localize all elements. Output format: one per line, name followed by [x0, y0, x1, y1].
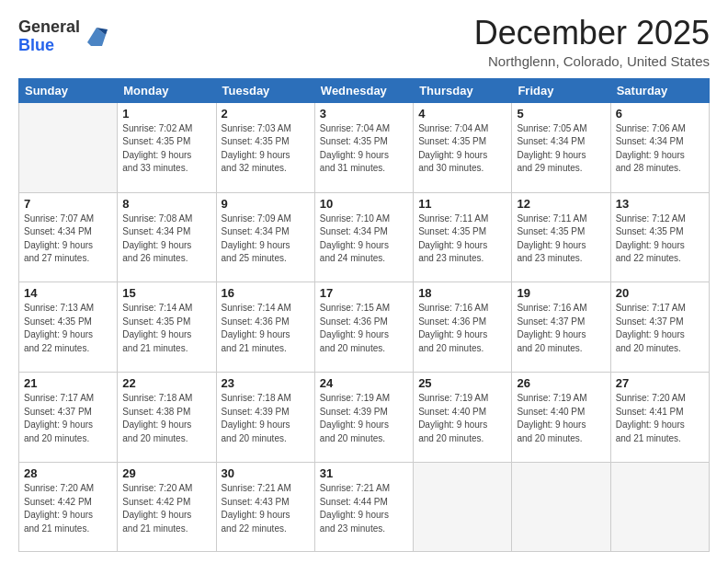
day-number: 21 [24, 376, 112, 390]
page: General Blue December 2025 Northglenn, C… [0, 0, 728, 563]
calendar-table: SundayMondayTuesdayWednesdayThursdayFrid… [18, 78, 710, 552]
week-row-1: 1Sunrise: 7:02 AMSunset: 4:35 PMDaylight… [19, 102, 710, 192]
day-info: Sunrise: 7:21 AMSunset: 4:44 PMDaylight:… [320, 482, 408, 535]
day-number: 31 [320, 466, 408, 480]
day-number: 30 [222, 466, 310, 480]
day-number: 27 [616, 376, 704, 390]
day-number: 19 [517, 286, 605, 300]
week-row-3: 14Sunrise: 7:13 AMSunset: 4:35 PMDayligh… [19, 282, 710, 373]
day-info: Sunrise: 7:21 AMSunset: 4:43 PMDaylight:… [222, 482, 310, 535]
day-info: Sunrise: 7:10 AMSunset: 4:34 PMDaylight:… [320, 213, 408, 266]
day-number: 16 [222, 286, 310, 300]
day-number: 22 [122, 376, 210, 390]
logo-icon [84, 24, 109, 50]
day-info: Sunrise: 7:03 AMSunset: 4:35 PMDaylight:… [222, 122, 310, 176]
day-number: 9 [222, 197, 310, 211]
day-number: 24 [320, 376, 408, 390]
calendar-cell: 15Sunrise: 7:14 AMSunset: 4:35 PMDayligh… [118, 282, 216, 373]
day-number: 11 [418, 197, 506, 211]
calendar-cell: 10Sunrise: 7:10 AMSunset: 4:34 PMDayligh… [314, 192, 413, 282]
day-info: Sunrise: 7:08 AMSunset: 4:34 PMDaylight:… [122, 213, 210, 266]
day-number: 28 [24, 466, 112, 480]
day-info: Sunrise: 7:07 AMSunset: 4:34 PMDaylight:… [24, 213, 112, 266]
calendar-cell: 8Sunrise: 7:08 AMSunset: 4:34 PMDaylight… [118, 192, 216, 282]
week-row-2: 7Sunrise: 7:07 AMSunset: 4:34 PMDaylight… [19, 192, 710, 282]
day-number: 10 [320, 197, 408, 211]
day-info: Sunrise: 7:16 AMSunset: 4:36 PMDaylight:… [418, 302, 506, 355]
day-info: Sunrise: 7:19 AMSunset: 4:39 PMDaylight:… [320, 392, 408, 445]
title-block: December 2025 Northglenn, Colorado, Unit… [474, 15, 710, 69]
calendar-cell [414, 463, 512, 552]
day-number: 23 [222, 376, 310, 390]
day-info: Sunrise: 7:19 AMSunset: 4:40 PMDaylight:… [418, 392, 506, 445]
day-info: Sunrise: 7:14 AMSunset: 4:35 PMDaylight:… [122, 302, 210, 355]
calendar-cell [512, 463, 610, 552]
day-number: 29 [122, 466, 210, 480]
day-info: Sunrise: 7:05 AMSunset: 4:34 PMDaylight:… [517, 122, 605, 176]
day-info: Sunrise: 7:02 AMSunset: 4:35 PMDaylight:… [122, 122, 210, 176]
calendar-cell: 20Sunrise: 7:17 AMSunset: 4:37 PMDayligh… [610, 282, 709, 373]
calendar-cell: 1Sunrise: 7:02 AMSunset: 4:35 PMDaylight… [118, 102, 216, 192]
calendar-cell: 11Sunrise: 7:11 AMSunset: 4:35 PMDayligh… [414, 192, 512, 282]
day-info: Sunrise: 7:04 AMSunset: 4:35 PMDaylight:… [320, 122, 408, 176]
calendar-cell: 7Sunrise: 7:07 AMSunset: 4:34 PMDaylight… [19, 192, 118, 282]
calendar-cell: 3Sunrise: 7:04 AMSunset: 4:35 PMDaylight… [314, 102, 413, 192]
location: Northglenn, Colorado, United States [474, 53, 710, 69]
weekday-header-tuesday: Tuesday [216, 78, 314, 102]
weekday-header-saturday: Saturday [610, 78, 709, 102]
day-info: Sunrise: 7:17 AMSunset: 4:37 PMDaylight:… [616, 302, 704, 355]
calendar-cell: 2Sunrise: 7:03 AMSunset: 4:35 PMDaylight… [216, 102, 314, 192]
day-number: 2 [222, 107, 310, 121]
weekday-header-monday: Monday [118, 78, 216, 102]
day-number: 20 [616, 286, 704, 300]
weekday-header-sunday: Sunday [19, 78, 118, 102]
day-number: 17 [320, 286, 408, 300]
day-number: 14 [24, 286, 112, 300]
weekday-header-friday: Friday [512, 78, 610, 102]
day-info: Sunrise: 7:19 AMSunset: 4:40 PMDaylight:… [517, 392, 605, 445]
day-number: 3 [320, 107, 408, 121]
calendar-cell: 4Sunrise: 7:04 AMSunset: 4:35 PMDaylight… [414, 102, 512, 192]
calendar-cell: 21Sunrise: 7:17 AMSunset: 4:37 PMDayligh… [19, 373, 118, 463]
week-row-4: 21Sunrise: 7:17 AMSunset: 4:37 PMDayligh… [19, 373, 710, 463]
day-number: 15 [122, 286, 210, 300]
day-info: Sunrise: 7:12 AMSunset: 4:35 PMDaylight:… [616, 213, 704, 266]
day-number: 25 [418, 376, 506, 390]
day-info: Sunrise: 7:09 AMSunset: 4:34 PMDaylight:… [222, 213, 310, 266]
calendar-cell: 19Sunrise: 7:16 AMSunset: 4:37 PMDayligh… [512, 282, 610, 373]
logo: General Blue [18, 18, 109, 55]
day-number: 8 [122, 197, 210, 211]
calendar-cell: 12Sunrise: 7:11 AMSunset: 4:35 PMDayligh… [512, 192, 610, 282]
calendar-cell [610, 463, 709, 552]
calendar-cell: 28Sunrise: 7:20 AMSunset: 4:42 PMDayligh… [19, 463, 118, 552]
day-info: Sunrise: 7:11 AMSunset: 4:35 PMDaylight:… [517, 213, 605, 266]
calendar-cell: 24Sunrise: 7:19 AMSunset: 4:39 PMDayligh… [314, 373, 413, 463]
logo-general: General [18, 17, 80, 36]
day-number: 12 [517, 197, 605, 211]
calendar-cell: 14Sunrise: 7:13 AMSunset: 4:35 PMDayligh… [19, 282, 118, 373]
header: General Blue December 2025 Northglenn, C… [18, 15, 710, 69]
weekday-header-row: SundayMondayTuesdayWednesdayThursdayFrid… [19, 78, 710, 102]
calendar-cell: 6Sunrise: 7:06 AMSunset: 4:34 PMDaylight… [610, 102, 709, 192]
calendar-cell: 16Sunrise: 7:14 AMSunset: 4:36 PMDayligh… [216, 282, 314, 373]
calendar-cell: 25Sunrise: 7:19 AMSunset: 4:40 PMDayligh… [414, 373, 512, 463]
day-number: 4 [418, 107, 506, 121]
calendar-cell: 18Sunrise: 7:16 AMSunset: 4:36 PMDayligh… [414, 282, 512, 373]
day-info: Sunrise: 7:20 AMSunset: 4:41 PMDaylight:… [616, 392, 704, 445]
day-number: 6 [616, 107, 704, 121]
calendar-cell: 22Sunrise: 7:18 AMSunset: 4:38 PMDayligh… [118, 373, 216, 463]
week-row-5: 28Sunrise: 7:20 AMSunset: 4:42 PMDayligh… [19, 463, 710, 552]
calendar-cell: 13Sunrise: 7:12 AMSunset: 4:35 PMDayligh… [610, 192, 709, 282]
day-info: Sunrise: 7:13 AMSunset: 4:35 PMDaylight:… [24, 302, 112, 355]
calendar-cell: 31Sunrise: 7:21 AMSunset: 4:44 PMDayligh… [314, 463, 413, 552]
day-info: Sunrise: 7:20 AMSunset: 4:42 PMDaylight:… [24, 482, 112, 535]
day-info: Sunrise: 7:06 AMSunset: 4:34 PMDaylight:… [616, 122, 704, 176]
month-title: December 2025 [474, 15, 710, 52]
day-info: Sunrise: 7:11 AMSunset: 4:35 PMDaylight:… [418, 213, 506, 266]
calendar-cell: 27Sunrise: 7:20 AMSunset: 4:41 PMDayligh… [610, 373, 709, 463]
day-info: Sunrise: 7:17 AMSunset: 4:37 PMDaylight:… [24, 392, 112, 445]
day-number: 18 [418, 286, 506, 300]
calendar-cell: 9Sunrise: 7:09 AMSunset: 4:34 PMDaylight… [216, 192, 314, 282]
calendar-cell: 23Sunrise: 7:18 AMSunset: 4:39 PMDayligh… [216, 373, 314, 463]
day-info: Sunrise: 7:20 AMSunset: 4:42 PMDaylight:… [122, 482, 210, 535]
